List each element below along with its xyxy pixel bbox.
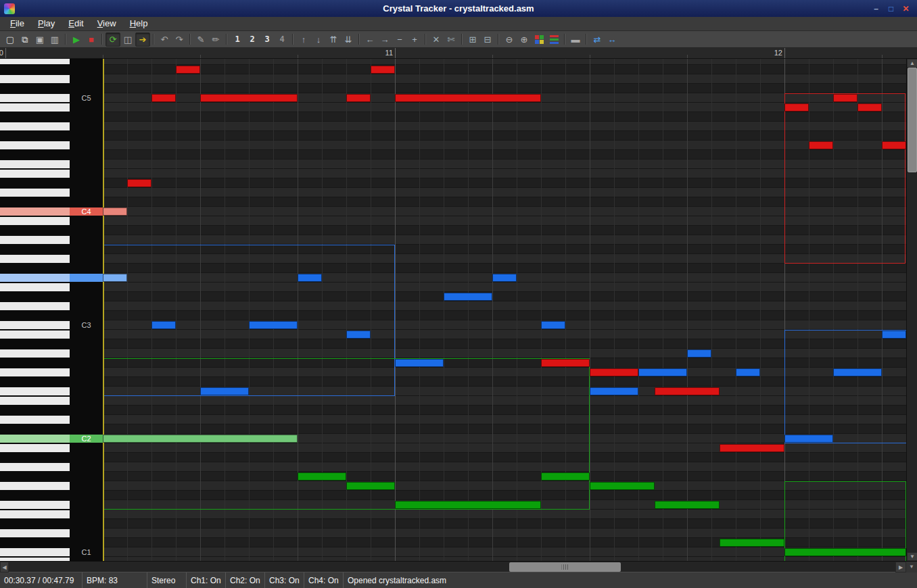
piano-key-B3[interactable] — [0, 217, 70, 225]
note-ch2[interactable] — [784, 435, 833, 443]
piano-key-A2[interactable] — [0, 349, 70, 358]
move-right-button[interactable]: → — [377, 32, 392, 47]
snip-selection-button[interactable]: ✄ — [444, 32, 458, 47]
note-ch1[interactable] — [127, 179, 151, 187]
piano-key-G3[interactable] — [0, 255, 70, 263]
open-file-button[interactable]: ⧉ — [18, 32, 32, 47]
piano-key-F2[interactable] — [0, 387, 70, 395]
piano-key-C4[interactable] — [0, 207, 70, 216]
save-as-file-button[interactable]: ▥ — [47, 32, 62, 47]
pencil-mode-button[interactable]: ✎ — [193, 32, 208, 47]
note-ch2[interactable] — [590, 387, 638, 395]
undo-button[interactable]: ↶ — [157, 32, 172, 47]
key-ruler-button[interactable]: ▬ — [568, 32, 583, 47]
note-ch3[interactable] — [103, 435, 298, 443]
vertical-scrollbar[interactable]: ▲ ▼ — [906, 59, 917, 561]
close-button[interactable]: ✕ — [901, 3, 911, 14]
note-ch1[interactable] — [720, 444, 784, 452]
note-ch2[interactable] — [444, 293, 492, 301]
widen-spacing-button[interactable]: ↔ — [605, 32, 619, 47]
note-ch2[interactable] — [833, 368, 882, 376]
piano-key-E3[interactable] — [0, 283, 70, 291]
titlebar[interactable]: Crystal Tracker - crystaltracked.asm – □… — [0, 0, 917, 17]
octave-up-button[interactable]: ↑ — [296, 32, 311, 47]
piano-key-F3[interactable] — [0, 274, 70, 282]
piano-key-F1[interactable] — [0, 501, 70, 509]
scroll-left-button[interactable]: ◀ — [0, 562, 9, 572]
note-ch1[interactable] — [882, 141, 906, 149]
menu-help[interactable]: Help — [123, 17, 155, 30]
menu-play[interactable]: Play — [31, 17, 62, 30]
select-all-button[interactable]: ⊞ — [465, 32, 480, 47]
vertical-scroll-thumb[interactable] — [908, 68, 917, 172]
narrow-spacing-button[interactable]: ⇄ — [590, 32, 605, 47]
piano-key-E5[interactable] — [0, 59, 70, 64]
lengthen-note-button[interactable]: + — [407, 32, 422, 47]
note-ch1[interactable] — [590, 368, 638, 376]
piano-key-C5[interactable] — [0, 94, 70, 102]
piano-key-A4[interactable] — [0, 122, 70, 130]
note-ch1[interactable] — [809, 141, 833, 149]
note-ch1[interactable] — [784, 103, 809, 112]
piano-key-D2[interactable] — [0, 416, 70, 424]
timeline-ruler[interactable]: 101112 — [0, 48, 917, 59]
note-ch3[interactable] — [346, 482, 395, 490]
scroll-up-button[interactable]: ▲ — [907, 59, 917, 68]
stop-button[interactable]: ■ — [84, 32, 99, 47]
note-ch3[interactable] — [541, 472, 590, 481]
note-ch3[interactable] — [784, 548, 906, 556]
note-ch3[interactable] — [395, 501, 541, 509]
note-ch2[interactable] — [298, 274, 322, 282]
piano-key-C2[interactable] — [0, 435, 70, 443]
piano-key-E1[interactable] — [0, 510, 70, 518]
note-ch1[interactable] — [541, 359, 590, 367]
channel-3-button[interactable]: 3 — [260, 32, 275, 47]
channel-2-button[interactable]: 2 — [245, 32, 260, 47]
maximize-button[interactable]: □ — [886, 3, 896, 14]
piano-key-C1[interactable] — [0, 548, 70, 556]
note-ch1[interactable] — [200, 94, 298, 102]
redo-button[interactable]: ↷ — [172, 32, 187, 47]
note-ch2[interactable] — [492, 274, 517, 282]
channel-1-button[interactable]: 1 — [230, 32, 245, 47]
channel-overview-button[interactable] — [546, 32, 561, 47]
piano-key-B1[interactable] — [0, 444, 70, 452]
piano-key-C3[interactable] — [0, 321, 70, 329]
note-grid[interactable] — [103, 59, 906, 561]
note-ch1[interactable] — [857, 103, 882, 112]
note-ch3[interactable] — [590, 482, 655, 490]
piano-key-E2[interactable] — [0, 397, 70, 405]
piano-key-D4[interactable] — [0, 189, 70, 197]
piano-key-G1[interactable] — [0, 482, 70, 490]
note-ch3[interactable] — [298, 472, 346, 481]
note-ch2[interactable] — [103, 274, 127, 282]
menu-view[interactable]: View — [91, 17, 123, 30]
loop-button[interactable]: ⟳ — [105, 32, 120, 47]
format-painter-button[interactable]: ✏ — [208, 32, 223, 47]
channel-4-button[interactable]: 4 — [275, 32, 289, 47]
note-ch1[interactable] — [395, 94, 541, 102]
octave-down-button[interactable]: ↓ — [311, 32, 326, 47]
save-file-button[interactable]: ▣ — [32, 32, 47, 47]
note-ch1[interactable] — [103, 207, 127, 216]
menu-edit[interactable]: Edit — [62, 17, 90, 30]
piano-key-D5[interactable] — [0, 75, 70, 83]
note-ch1[interactable] — [346, 94, 371, 102]
play-button[interactable]: ▶ — [69, 32, 84, 47]
zoom-out-button[interactable]: ⊖ — [502, 32, 517, 47]
move-left-button[interactable]: ← — [362, 32, 377, 47]
note-ch1[interactable] — [176, 66, 200, 74]
note-ch3[interactable] — [720, 539, 784, 547]
note-ch1[interactable] — [371, 66, 395, 74]
note-ch2[interactable] — [249, 321, 298, 329]
piano-key-A1[interactable] — [0, 463, 70, 471]
pitch-up-button[interactable]: ⇈ — [326, 32, 341, 47]
note-ch2[interactable] — [736, 368, 760, 376]
piano-key-B4[interactable] — [0, 103, 70, 112]
note-ch2[interactable] — [687, 349, 711, 358]
piano-key-E4[interactable] — [0, 170, 70, 178]
piano-key-D1[interactable] — [0, 529, 70, 537]
pattern-colors-button[interactable] — [532, 32, 546, 47]
note-ch2[interactable] — [541, 321, 565, 329]
piano-key-B2[interactable] — [0, 330, 70, 339]
